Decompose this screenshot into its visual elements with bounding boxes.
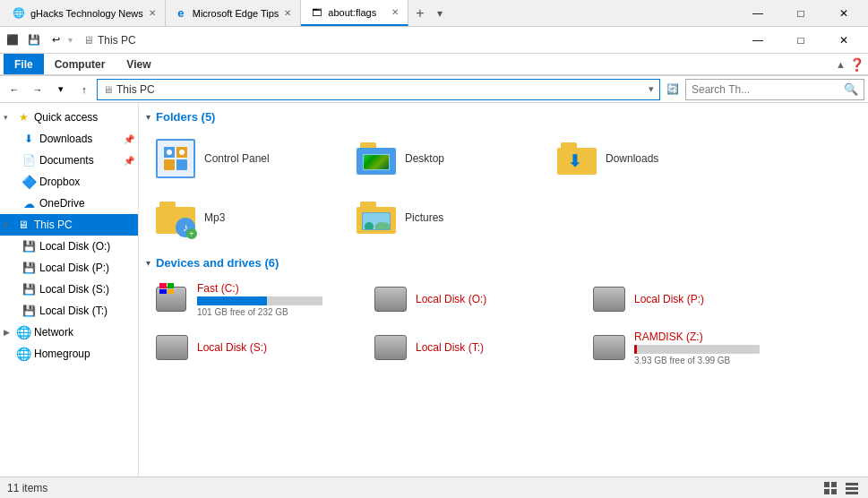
qa-properties[interactable]: ⬛ <box>4 31 21 49</box>
ribbon-expand[interactable]: ▲ <box>836 59 846 70</box>
desktop-icon <box>355 137 398 180</box>
tab2-label: Microsoft Edge Tips <box>193 8 279 19</box>
downloads-folder-item[interactable]: ⬇ Downloads <box>547 131 744 186</box>
explorer-minimize[interactable]: — <box>737 27 778 54</box>
sidebar-item-downloads[interactable]: ⬇ Downloads 📌 <box>0 128 138 150</box>
mp3-item[interactable]: ♪ + Mp3 <box>146 190 343 245</box>
sidebar-item-local-p[interactable]: 💾 Local Disk (P:) <box>0 257 138 279</box>
drives-grid: Fast (C:) 101 GB free of 232 GB Local Di… <box>146 277 861 370</box>
svg-rect-12 <box>846 492 858 494</box>
address-dropdown[interactable]: ▾ <box>649 83 654 95</box>
browser-window-controls: — □ ✕ <box>737 0 864 27</box>
status-item-count: 11 items <box>7 482 47 494</box>
sidebar-item-this-pc[interactable]: ▾ 🖥 This PC <box>0 214 138 236</box>
local-t-icon: 💾 <box>21 304 36 318</box>
explorer-title: This PC <box>94 34 737 47</box>
drive-ramdisk-z[interactable]: RAMDISK (Z:) 3.93 GB free of 3.99 GB <box>583 325 798 370</box>
browser-minimize[interactable]: — <box>737 0 778 27</box>
nav-recent[interactable]: ▾ <box>50 79 72 100</box>
onedrive-label: OneDrive <box>39 197 85 210</box>
qa-save[interactable]: 💾 <box>25 31 43 49</box>
sidebar-item-local-o[interactable]: 💾 Local Disk (O:) <box>0 236 138 257</box>
sidebar-item-local-t[interactable]: 💾 Local Disk (T:) <box>0 300 138 322</box>
drive-local-p[interactable]: Local Disk (P:) <box>583 277 798 322</box>
qa-dropdown[interactable]: ▾ <box>68 35 73 45</box>
view-list-button[interactable] <box>843 479 861 497</box>
sidebar-item-onedrive[interactable]: ☁ OneDrive <box>0 193 138 214</box>
drive-local-s-icon <box>154 330 190 365</box>
mp3-icon: ♪ + <box>154 196 197 239</box>
drives-section-header[interactable]: ▾ Devices and drives (6) <box>146 256 861 270</box>
ribbon-help[interactable]: ❓ <box>849 57 864 72</box>
tab2-close[interactable]: ✕ <box>284 8 291 18</box>
this-pc-icon: 🖥 <box>16 218 30 232</box>
search-box[interactable]: 🔍 <box>685 79 864 100</box>
ribbon-tabs: File Computer View ▲ ❓ <box>0 54 868 75</box>
quick-access-toolbar: ⬛ 💾 ↩ ▾ <box>4 31 80 49</box>
sidebar-item-quick-access[interactable]: ▾ ★ Quick access <box>0 107 138 128</box>
ribbon-tab-computer[interactable]: Computer <box>44 54 116 74</box>
tab-list-button[interactable]: ▾ <box>432 7 448 20</box>
network-toggle: ▶ <box>4 328 13 337</box>
quick-access-toggle: ▾ <box>4 113 13 122</box>
browser-tab-1[interactable]: 🌐 gHacks Technology News ✕ <box>4 0 166 26</box>
browser-tab-2[interactable]: e Microsoft Edge Tips ✕ <box>166 0 302 26</box>
control-panel-item[interactable]: Control Panel <box>146 131 343 186</box>
address-bar-area: ← → ▾ ↑ 🖥 This PC ▾ 🔄 🔍 <box>0 76 868 103</box>
tab1-close[interactable]: ✕ <box>149 8 156 18</box>
drive-local-o-info: Local Disk (O:) <box>416 293 572 305</box>
onedrive-icon: ☁ <box>21 196 36 210</box>
content-area: ▾ Folders (5) <box>139 103 868 477</box>
drive-local-t[interactable]: Local Disk (T:) <box>365 325 580 370</box>
desktop-item[interactable]: Desktop <box>347 131 544 186</box>
address-path: This PC <box>116 83 645 96</box>
explorer-title-bar: ⬛ 💾 ↩ ▾ 🖥 This PC — □ ✕ <box>0 27 868 54</box>
drive-local-t-icon <box>373 330 408 365</box>
sidebar-item-documents[interactable]: 📄 Documents 📌 <box>0 150 138 171</box>
address-box[interactable]: 🖥 This PC ▾ <box>97 79 660 100</box>
this-pc-label: This PC <box>34 219 73 231</box>
drive-local-p-name: Local Disk (P:) <box>634 293 790 305</box>
folders-section-header[interactable]: ▾ Folders (5) <box>146 110 861 124</box>
nav-back[interactable]: ← <box>4 79 25 100</box>
pictures-item[interactable]: Pictures <box>347 190 544 245</box>
tab3-close[interactable]: ✕ <box>391 7 399 17</box>
sidebar-item-dropbox[interactable]: 🔷 Dropbox <box>0 171 138 193</box>
browser-maximize[interactable]: □ <box>780 0 821 27</box>
drive-local-o[interactable]: Local Disk (O:) <box>365 277 580 322</box>
ribbon-tab-view[interactable]: View <box>116 54 161 74</box>
downloads-folder-icon: ⬇ <box>555 137 598 180</box>
quick-access-icon: ★ <box>16 110 30 124</box>
folders-grid: Control Panel Desktop <box>146 131 861 245</box>
drive-fast-c[interactable]: Fast (C:) 101 GB free of 232 GB <box>146 277 361 322</box>
drive-local-p-info: Local Disk (P:) <box>634 293 790 305</box>
downloads-folder-label: Downloads <box>606 152 658 165</box>
browser-close[interactable]: ✕ <box>823 0 864 27</box>
drive-local-s[interactable]: Local Disk (S:) <box>146 325 361 370</box>
folders-section-title: Folders (5) <box>156 110 215 124</box>
sidebar-item-local-s[interactable]: 💾 Local Disk (S:) <box>0 279 138 300</box>
new-tab-button[interactable]: + <box>408 5 431 21</box>
drive-fast-c-bar <box>197 296 322 305</box>
svg-point-4 <box>167 150 172 155</box>
nav-forward[interactable]: → <box>27 79 48 100</box>
list-view-icon <box>846 482 858 494</box>
qa-undo[interactable]: ↩ <box>47 31 64 49</box>
svg-rect-10 <box>846 483 858 485</box>
nav-up[interactable]: ↑ <box>73 79 95 100</box>
explorer-app-icon: 🖥 <box>83 34 94 47</box>
address-refresh[interactable]: 🔄 <box>662 79 683 100</box>
search-input[interactable] <box>692 83 840 96</box>
browser-tab-3[interactable]: 🗔 about:flags ✕ <box>301 0 408 26</box>
drive-ramdisk-z-icon <box>591 330 627 365</box>
sidebar-item-homegroup[interactable]: 🌐 Homegroup <box>0 343 138 365</box>
sidebar-item-network[interactable]: ▶ 🌐 Network <box>0 322 138 343</box>
drive-fast-c-name: Fast (C:) <box>197 282 353 295</box>
view-grid-button[interactable] <box>821 479 839 497</box>
explorer-maximize[interactable]: □ <box>780 27 821 54</box>
main-layout: ▾ ★ Quick access ⬇ Downloads 📌 📄 Documen… <box>0 103 868 477</box>
local-s-label: Local Disk (S:) <box>39 283 109 296</box>
explorer-close[interactable]: ✕ <box>823 27 864 54</box>
ribbon-tab-file[interactable]: File <box>4 54 44 74</box>
downloads-icon: ⬇ <box>21 132 36 146</box>
